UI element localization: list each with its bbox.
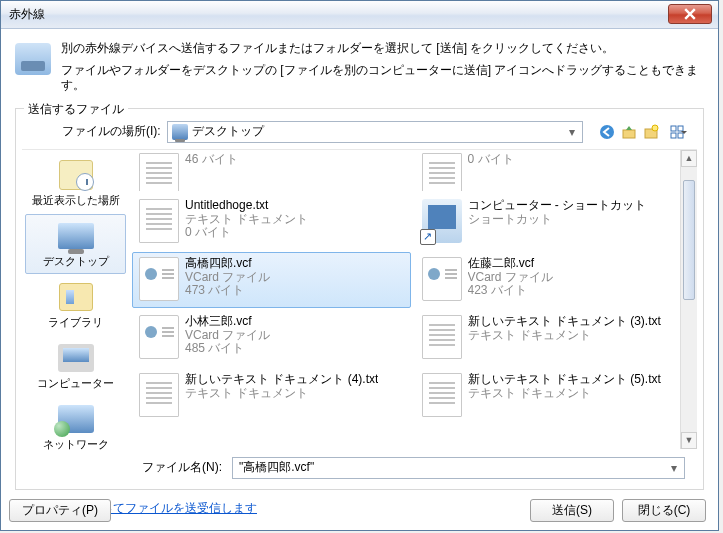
recent-places-icon [59,160,93,190]
vcf-file-icon [139,257,179,301]
file-item[interactable]: 佐藤二郎.vcfVCard ファイル423 バイト [415,252,694,308]
up-one-level-button[interactable] [619,122,639,142]
file-name: 新しいテキスト ドキュメント (3).txt [468,315,661,329]
dialog-header: 別の赤外線デバイスへ送信するファイルまたはフォルダーを選択して [送信] をクリ… [15,41,704,100]
send-button[interactable]: 送信(S) [530,499,614,522]
file-item[interactable]: 小林三郎.vcfVCard ファイル485 バイト [132,310,411,366]
vcf-file-icon [139,315,179,359]
scroll-down-button[interactable]: ▼ [681,432,697,449]
button-bar: プロパティ(P) 送信(S) 閉じる(C) [9,499,706,522]
places-desktop[interactable]: デスクトップ [25,214,126,274]
places-library[interactable]: ライブラリ [25,275,126,335]
view-menu-icon [670,125,684,139]
properties-button[interactable]: プロパティ(P) [9,499,111,522]
file-item[interactable]: 新しいテキスト ドキュメント (4).txtテキスト ドキュメント [132,368,411,424]
vcf-file-icon [422,257,462,301]
file-size: 473 バイト [185,284,270,298]
library-icon [59,283,93,311]
chevron-down-icon: ▾ [666,460,682,476]
file-name: Untitledhoge.txt [185,199,308,213]
network-icon [58,405,94,433]
txt-file-icon [422,373,462,417]
file-type: VCard ファイル [185,271,270,285]
svg-point-3 [652,125,658,131]
file-type: テキスト ドキュメント [185,387,378,401]
file-type: ショートカット [468,213,647,227]
desktop-icon [172,124,188,140]
file-browser: ファイルの場所(I): デスクトップ ▾ [22,121,697,481]
vertical-scrollbar[interactable]: ▲ ▼ [680,150,697,449]
back-button[interactable] [597,122,617,142]
places-library-label: ライブラリ [48,316,103,328]
file-type: テキスト ドキュメント [468,387,661,401]
file-name: 新しいテキスト ドキュメント (4).txt [185,373,378,387]
places-computer-label: コンピューター [37,377,114,389]
title-bar: 赤外線 [1,1,718,29]
group-label: 送信するファイル [24,101,128,118]
new-folder-icon [643,124,659,140]
file-type: VCard ファイル [468,271,553,285]
txt-file-icon [422,153,462,192]
filename-combo[interactable]: "高橋四郎.vcf" ▾ [232,457,685,479]
file-type: VCard ファイル [185,329,270,343]
file-list[interactable]: 46 バイト0 バイトUntitledhoge.txtテキスト ドキュメント0 … [130,150,697,449]
file-name: 小林三郎.vcf [185,315,270,329]
chevron-down-icon: ▾ [564,124,580,140]
instruction-line-1: 別の赤外線デバイスへ送信するファイルまたはフォルダーを選択して [送信] をクリ… [61,41,704,57]
window-title: 赤外線 [9,6,45,23]
file-item[interactable]: 46 バイト [132,152,411,192]
scroll-thumb[interactable] [683,180,695,300]
places-network-label: ネットワーク [43,438,109,450]
txt-file-icon [139,153,179,192]
new-folder-button[interactable] [641,122,661,142]
places-computer[interactable]: コンピューター [25,336,126,396]
places-bar: 最近表示した場所 デスクトップ ライブラリ コンピューター [22,150,130,449]
file-item[interactable]: 新しいテキスト ドキュメント (3).txtテキスト ドキュメント [415,310,694,366]
location-row: ファイルの場所(I): デスクトップ ▾ [22,121,697,147]
instruction-line-2: ファイルやフォルダーをデスクトップの [ファイルを別のコンピューターに送信] ア… [61,63,704,94]
view-mode-button[interactable] [663,122,691,142]
computer-file-icon: ↗ [422,199,462,243]
location-combo[interactable]: デスクトップ ▾ [167,121,583,143]
file-item[interactable]: 高橋四郎.vcfVCard ファイル473 バイト [132,252,411,308]
svg-rect-7 [678,133,683,138]
file-item[interactable]: 新しいテキスト ドキュメント (5).txtテキスト ドキュメント [415,368,694,424]
browser-toolbar [597,122,691,142]
file-item[interactable]: ↗コンピューター - ショートカットショートカット [415,194,694,250]
file-size: 0 バイト [468,153,514,167]
file-name: コンピューター - ショートカット [468,199,647,213]
svg-rect-6 [671,133,676,138]
file-select-group: 送信するファイル ファイルの場所(I): デスクトップ ▾ [15,108,704,490]
file-name: 高橋四郎.vcf [185,257,270,271]
txt-file-icon [139,199,179,243]
location-label: ファイルの場所(I): [62,123,161,140]
file-size: 46 バイト [185,153,238,167]
browser-body: 最近表示した場所 デスクトップ ライブラリ コンピューター [22,149,697,449]
places-desktop-label: デスクトップ [43,255,109,267]
window-close-button[interactable] [668,4,712,24]
file-type: テキスト ドキュメント [468,329,661,343]
file-size: 0 バイト [185,226,308,240]
file-item[interactable]: Untitledhoge.txtテキスト ドキュメント0 バイト [132,194,411,250]
back-icon [599,124,615,140]
svg-rect-4 [671,126,676,131]
file-type: テキスト ドキュメント [185,213,308,227]
svg-rect-1 [623,130,635,138]
infrared-dialog: 赤外線 別の赤外線デバイスへ送信するファイルまたはフォルダーを選択して [送信]… [0,0,719,531]
computer-icon [58,344,94,372]
file-item[interactable]: 0 バイト [415,152,694,192]
location-value: デスクトップ [192,123,264,140]
places-network[interactable]: ネットワーク [25,397,126,457]
dialog-instruction: 別の赤外線デバイスへ送信するファイルまたはフォルダーを選択して [送信] をクリ… [61,41,704,100]
scroll-up-button[interactable]: ▲ [681,150,697,167]
file-name: 新しいテキスト ドキュメント (5).txt [468,373,661,387]
desktop-icon [58,223,94,249]
svg-rect-5 [678,126,683,131]
places-recent[interactable]: 最近表示した場所 [25,153,126,213]
svg-point-0 [600,125,614,139]
filename-value: "高橋四郎.vcf" [239,459,314,476]
file-name: 佐藤二郎.vcf [468,257,553,271]
close-button[interactable]: 閉じる(C) [622,499,706,522]
txt-file-icon [422,315,462,359]
up-level-icon [621,124,637,140]
